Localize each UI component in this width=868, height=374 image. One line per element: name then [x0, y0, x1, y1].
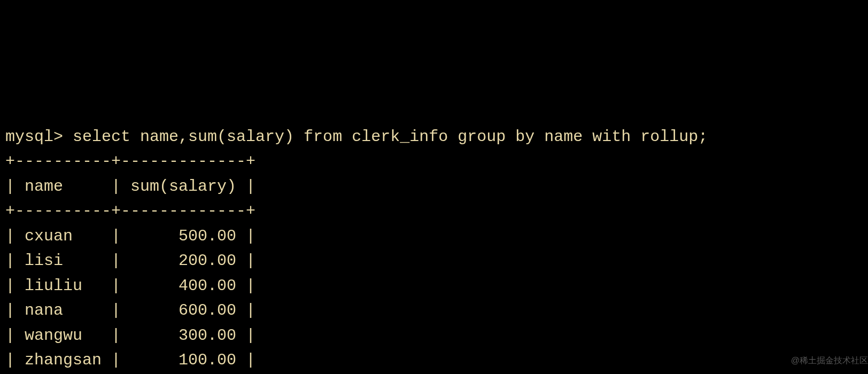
watermark: @稀土掘金技术社区	[791, 354, 868, 368]
mysql-prompt: mysql>	[5, 128, 63, 146]
table-border-mid: +----------+-------------+	[5, 202, 255, 220]
table-row: | lisi | 200.00 |	[5, 252, 255, 270]
table-row: | liuliu | 400.00 |	[5, 277, 255, 295]
table-row: | zhangsan | 100.00 |	[5, 351, 255, 369]
table-border-top: +----------+-------------+	[5, 152, 255, 170]
table-header-row: | name | sum(salary) |	[5, 177, 255, 196]
sql-command: select name,sum(salary) from clerk_info …	[73, 128, 708, 146]
table-row: | nana | 600.00 |	[5, 301, 255, 320]
table-row: | cxuan | 500.00 |	[5, 227, 255, 245]
table-row: | wangwu | 300.00 |	[5, 326, 255, 345]
terminal-output: mysql> select name,sum(salary) from cler…	[0, 99, 868, 374]
